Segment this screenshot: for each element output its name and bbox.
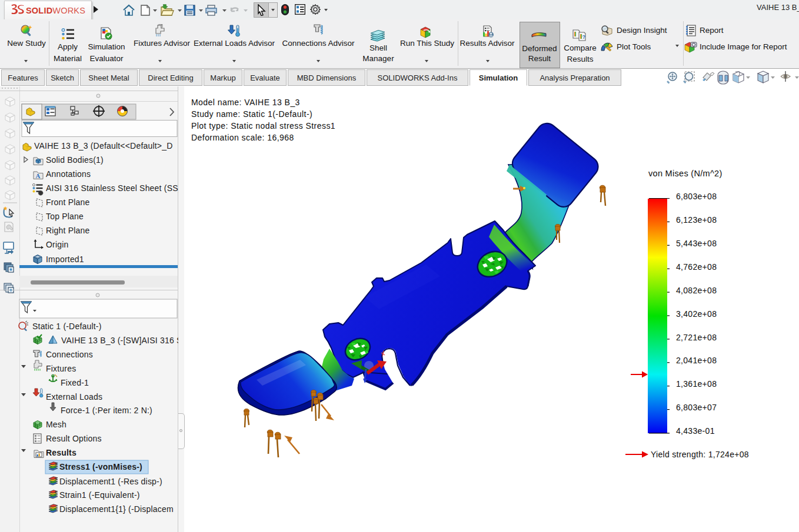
svg-text:σ: σ <box>55 461 58 466</box>
svg-text:u: u <box>55 476 58 481</box>
svg-text:?: ? <box>582 34 586 40</box>
svg-text:A: A <box>36 172 41 179</box>
svg-text:SOLIDWORKS: SOLIDWORKS <box>26 6 85 15</box>
